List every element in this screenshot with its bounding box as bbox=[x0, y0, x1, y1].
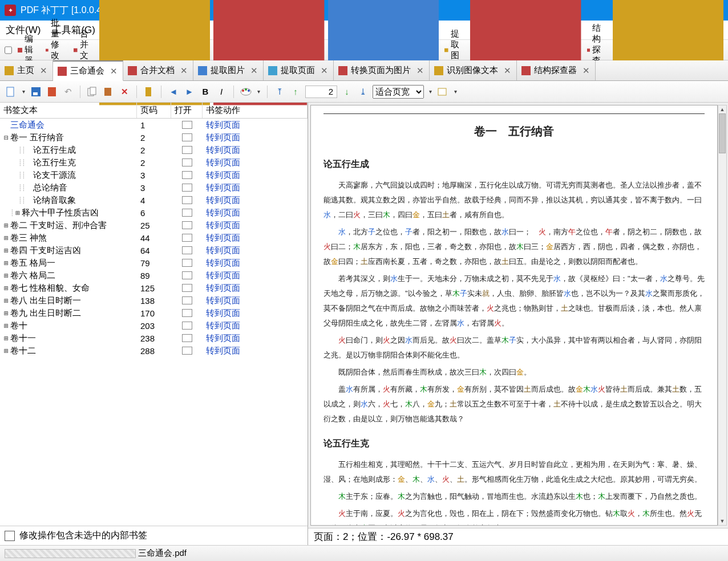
expand-icon[interactable]: ⊞ bbox=[2, 259, 10, 267]
expand-icon[interactable]: ⊞ bbox=[14, 209, 22, 217]
bookmark-row[interactable]: ⊞卷九 出生日时断二170转到页面 bbox=[0, 307, 308, 319]
bookmark-row[interactable]: ⊞卷五 格局一79转到页面 bbox=[0, 257, 308, 269]
close-tab-icon[interactable]: ✕ bbox=[504, 66, 511, 76]
bookmark-action[interactable]: 转到页面 bbox=[203, 220, 240, 231]
bookmark-action[interactable]: 转到页面 bbox=[203, 195, 240, 206]
open-checkbox[interactable] bbox=[182, 121, 192, 129]
page-viewport[interactable]: 卷一 五行纳音 论五行生成 天高寥廓，六气回旋以成四时；地厚幽深，五行化生以成万… bbox=[308, 103, 728, 528]
open-checkbox[interactable] bbox=[182, 296, 192, 304]
bookmark-action[interactable]: 转到页面 bbox=[203, 283, 240, 294]
tab-合并文档[interactable]: 合并文档✕ bbox=[123, 60, 193, 80]
view-mode-button[interactable] bbox=[436, 86, 449, 98]
open-checkbox[interactable] bbox=[182, 209, 192, 217]
expand-icon[interactable]: ⊞ bbox=[2, 284, 10, 292]
expand-icon[interactable]: ⊞ bbox=[2, 309, 10, 318]
copy-button[interactable] bbox=[86, 86, 99, 98]
prev-button[interactable]: ◄ bbox=[167, 86, 180, 98]
scroll-up-icon[interactable]: ▲ bbox=[718, 105, 726, 113]
bookmark-action[interactable]: 转到页面 bbox=[203, 120, 240, 131]
vertical-scrollbar[interactable]: ▲ ▼ bbox=[718, 105, 727, 526]
open-checkbox[interactable] bbox=[182, 171, 192, 179]
close-tab-icon[interactable]: ✕ bbox=[250, 66, 257, 76]
open-checkbox[interactable] bbox=[182, 221, 192, 229]
open-checkbox[interactable] bbox=[182, 259, 192, 267]
bookmark-action[interactable]: 转到页面 bbox=[203, 270, 240, 281]
expand-icon[interactable]: ⊞ bbox=[2, 234, 10, 242]
expand-icon[interactable]: ⊞ bbox=[2, 347, 10, 355]
open-checkbox[interactable] bbox=[182, 158, 192, 166]
bookmark-action[interactable]: 转到页面 bbox=[203, 333, 240, 344]
expand-icon[interactable] bbox=[25, 158, 33, 167]
tab-识别图像文本[interactable]: 识别图像文本✕ bbox=[430, 60, 517, 80]
last-page-button[interactable]: ⤓ bbox=[357, 86, 369, 98]
bookmark-action[interactable]: 转到页面 bbox=[203, 132, 240, 143]
toolbar-checkbox[interactable] bbox=[5, 46, 12, 54]
open-checkbox[interactable] bbox=[182, 133, 192, 141]
bookmark-row[interactable]: 三命通会1转到页面 bbox=[0, 119, 308, 131]
expand-icon[interactable]: ⊞ bbox=[2, 221, 10, 230]
color-dropdown[interactable]: ▾ bbox=[256, 88, 261, 95]
scroll-thumb[interactable] bbox=[719, 113, 726, 153]
new-dropdown[interactable]: ▾ bbox=[21, 88, 26, 95]
bookmark-action[interactable]: 转到页面 bbox=[203, 258, 240, 269]
bookmark-action[interactable]: 转到页面 bbox=[203, 182, 240, 193]
bookmark-row[interactable]: ⊞卷四 干支时运吉凶64转到页面 bbox=[0, 244, 308, 257]
bookmark-tree[interactable]: 三命通会1转到页面⊟卷一 五行纳音2转到页面┊ ┊ 论五行生成2转到页面┊ ┊ … bbox=[0, 119, 308, 526]
expand-icon[interactable] bbox=[25, 146, 33, 155]
tab-提取图片[interactable]: 提取图片✕ bbox=[193, 60, 264, 80]
close-tab-icon[interactable]: ✕ bbox=[416, 66, 423, 76]
tab-转换页面为图片[interactable]: 转换页面为图片✕ bbox=[334, 60, 430, 80]
expand-icon[interactable] bbox=[25, 171, 33, 180]
bookmark-row[interactable]: ┊ ┊ 论纳音取象4转到页面 bbox=[0, 194, 308, 206]
bookmark-action[interactable]: 转到页面 bbox=[203, 308, 240, 319]
undo-button[interactable]: ↶ bbox=[62, 86, 74, 98]
close-tab-icon[interactable]: ✕ bbox=[321, 66, 327, 76]
tab-三命通会[interactable]: 三命通会✕ bbox=[53, 60, 123, 81]
bookmark-row[interactable]: ⊞卷十203转到页面 bbox=[0, 319, 308, 332]
expand-icon[interactable]: ⊞ bbox=[2, 334, 10, 343]
new-button[interactable] bbox=[5, 86, 17, 98]
bookmark-row[interactable]: ┊ ┊ 论五行生成2转到页面 bbox=[0, 144, 308, 156]
first-page-button[interactable]: ⤒ bbox=[273, 86, 286, 98]
zoom-select[interactable]: 适合页宽 bbox=[373, 85, 424, 99]
scroll-down-icon[interactable]: ▼ bbox=[718, 517, 726, 525]
open-checkbox[interactable] bbox=[182, 234, 192, 242]
include-unselected-check[interactable]: 修改操作包含未选中的内部书签 bbox=[0, 526, 308, 545]
view-dropdown[interactable]: ▾ bbox=[452, 88, 458, 95]
col-action[interactable]: 书签动作 bbox=[203, 103, 308, 118]
col-open[interactable]: 打开 bbox=[171, 103, 203, 118]
expand-icon[interactable] bbox=[25, 184, 33, 192]
bookmark-row[interactable]: ⊞卷八 出生日时断一138转到页面 bbox=[0, 294, 308, 307]
open-checkbox[interactable] bbox=[182, 347, 192, 355]
open-checkbox[interactable] bbox=[182, 246, 192, 254]
open-checkbox[interactable] bbox=[182, 334, 192, 342]
expand-icon[interactable] bbox=[2, 121, 10, 129]
open-checkbox[interactable] bbox=[182, 184, 192, 192]
tab-结构探查器[interactable]: 结构探查器✕ bbox=[517, 60, 596, 80]
bookmark-button[interactable] bbox=[143, 86, 155, 98]
tab-主页[interactable]: 主页✕ bbox=[0, 60, 53, 80]
bookmark-action[interactable]: 转到页面 bbox=[203, 170, 240, 181]
open-checkbox[interactable] bbox=[182, 322, 192, 330]
bookmark-row[interactable]: ┊ ⊞释六十甲子性质吉凶6转到页面 bbox=[0, 206, 308, 219]
open-checkbox[interactable] bbox=[182, 196, 192, 204]
zoom-dropdown[interactable]: ▾ bbox=[427, 88, 433, 95]
bookmark-row[interactable]: ┊ ┊ 总论纳音3转到页面 bbox=[0, 181, 308, 194]
tab-提取页面[interactable]: 提取页面✕ bbox=[264, 60, 334, 80]
bookmark-action[interactable]: 转到页面 bbox=[203, 295, 240, 306]
open-checkbox[interactable] bbox=[182, 284, 192, 292]
open-checkbox[interactable] bbox=[182, 309, 192, 317]
bookmark-action[interactable]: 转到页面 bbox=[203, 233, 240, 243]
expand-icon[interactable]: ⊞ bbox=[2, 246, 10, 255]
italic-button[interactable]: I bbox=[215, 86, 228, 98]
bookmark-row[interactable]: ⊞卷三 神煞44转到页面 bbox=[0, 231, 308, 244]
bookmark-row[interactable]: ⊟卷一 五行纳音2转到页面 bbox=[0, 131, 308, 144]
bookmark-row[interactable]: ⊞卷十一238转到页面 bbox=[0, 332, 308, 344]
open-checkbox[interactable] bbox=[182, 271, 192, 279]
page-number-input[interactable] bbox=[305, 86, 337, 98]
checkbox-icon[interactable] bbox=[5, 531, 15, 541]
open-checkbox[interactable] bbox=[182, 146, 192, 154]
paste-button[interactable] bbox=[102, 86, 115, 98]
bookmark-row[interactable]: ⊞卷七 性格相貌、女命125转到页面 bbox=[0, 282, 308, 294]
expand-icon[interactable] bbox=[25, 196, 33, 205]
